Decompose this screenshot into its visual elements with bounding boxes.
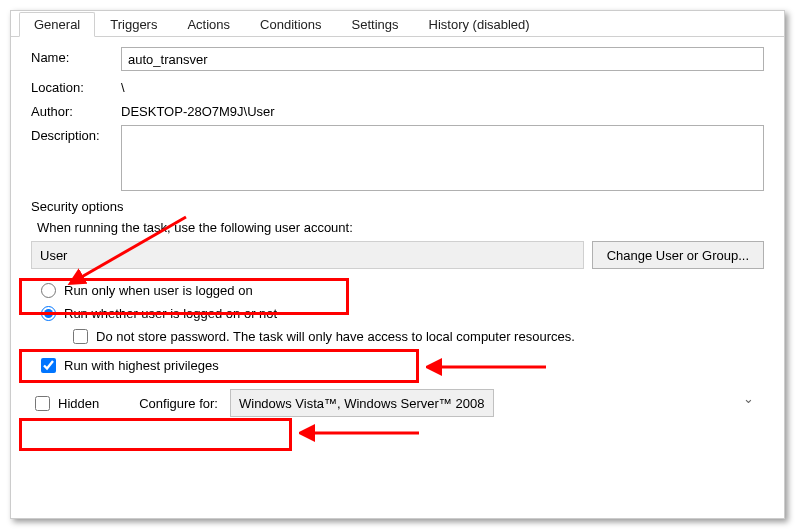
tab-actions[interactable]: Actions xyxy=(172,12,245,37)
tab-settings[interactable]: Settings xyxy=(337,12,414,37)
run-whether-label: Run whether user is logged on or not xyxy=(64,306,277,321)
security-options-heading: Security options xyxy=(31,199,764,214)
run-whether-row[interactable]: Run whether user is logged on or not xyxy=(31,302,764,325)
name-label: Name: xyxy=(31,47,121,65)
description-label: Description: xyxy=(31,125,121,143)
run-logged-on-radio[interactable] xyxy=(41,283,56,298)
when-running-label: When running the task, use the following… xyxy=(37,220,764,235)
tab-bar: General Triggers Actions Conditions Sett… xyxy=(11,11,784,37)
author-value: DESKTOP-28O7M9J\User xyxy=(121,101,275,119)
tab-history[interactable]: History (disabled) xyxy=(414,12,545,37)
configure-for-label: Configure for: xyxy=(139,396,218,411)
do-not-store-checkbox[interactable] xyxy=(73,329,88,344)
user-account-display: User xyxy=(31,241,584,269)
hidden-row[interactable]: Hidden xyxy=(31,392,99,415)
do-not-store-label: Do not store password. The task will onl… xyxy=(96,329,575,344)
highest-priv-label: Run with highest privileges xyxy=(64,358,219,373)
run-whether-radio[interactable] xyxy=(41,306,56,321)
name-input[interactable] xyxy=(121,47,764,71)
highest-priv-checkbox[interactable] xyxy=(41,358,56,373)
tab-content-general: Name: Location: \ Author: DESKTOP-28O7M9… xyxy=(11,37,784,427)
run-logged-on-row[interactable]: Run only when user is logged on xyxy=(31,279,764,302)
tab-conditions[interactable]: Conditions xyxy=(245,12,336,37)
hidden-checkbox[interactable] xyxy=(35,396,50,411)
hidden-label: Hidden xyxy=(58,396,99,411)
highest-priv-row[interactable]: Run with highest privileges xyxy=(31,354,764,377)
author-label: Author: xyxy=(31,101,121,119)
change-user-button[interactable]: Change User or Group... xyxy=(592,241,764,269)
description-input[interactable] xyxy=(121,125,764,191)
location-label: Location: xyxy=(31,77,121,95)
tab-triggers[interactable]: Triggers xyxy=(95,12,172,37)
task-properties-window: General Triggers Actions Conditions Sett… xyxy=(10,10,785,519)
run-logged-on-label: Run only when user is logged on xyxy=(64,283,253,298)
tab-general[interactable]: General xyxy=(19,12,95,37)
do-not-store-row[interactable]: Do not store password. The task will onl… xyxy=(31,325,764,348)
configure-for-select[interactable]: Windows Vista™, Windows Server™ 2008 xyxy=(230,389,494,417)
location-value: \ xyxy=(121,77,125,95)
